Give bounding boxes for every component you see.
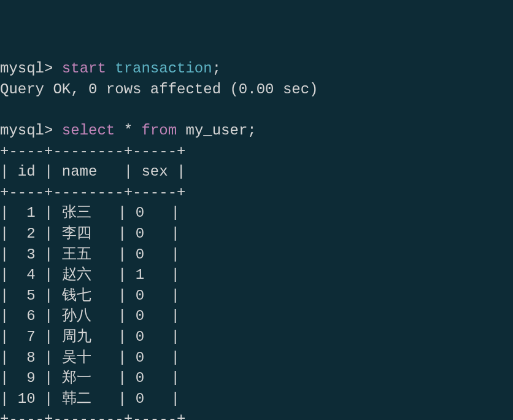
table-row: | 4 | 赵六 | 1 | [0, 265, 513, 286]
table-row: | 7 | 周九 | 0 | [0, 327, 513, 348]
table-header: | id | name | sex | [0, 161, 513, 182]
blank-line [0, 99, 513, 120]
table-row: | 2 | 李四 | 0 | [0, 224, 513, 244]
query-result-1: Query OK, 0 rows affected (0.00 sec) [0, 79, 513, 100]
table-border-bottom: +----+--------+-----+ [0, 409, 513, 420]
table-row: | 3 | 王五 | 0 | [0, 244, 513, 265]
star-operator: * [115, 122, 141, 139]
table-row: | 5 | 钱七 | 0 | [0, 286, 513, 306]
semicolon: ; [212, 60, 221, 77]
semicolon: ; [247, 122, 256, 139]
mysql-prompt: mysql> [0, 60, 62, 77]
table-name: my_user [177, 122, 247, 139]
table-row: | 10 | 韩二 | 0 | [0, 389, 513, 410]
terminal-output: mysql> start transaction;Query OK, 0 row… [0, 41, 513, 420]
prompt-line-2[interactable]: mysql> select * from my_user; [0, 120, 513, 141]
table-border-top: +----+--------+-----+ [0, 141, 513, 162]
keyword-select: select [62, 122, 115, 139]
keyword-start: start [62, 60, 106, 77]
table-border-mid: +----+--------+-----+ [0, 182, 513, 203]
table-row: | 9 | 郑一 | 0 | [0, 368, 513, 389]
prompt-line-1[interactable]: mysql> start transaction; [0, 58, 513, 79]
table-row: | 1 | 张三 | 0 | [0, 203, 513, 224]
mysql-prompt: mysql> [0, 122, 62, 139]
keyword-transaction: transaction [106, 60, 212, 77]
keyword-from: from [141, 122, 177, 139]
table-row: | 8 | 吴十 | 0 | [0, 348, 513, 368]
table-row: | 6 | 孙八 | 0 | [0, 306, 513, 327]
